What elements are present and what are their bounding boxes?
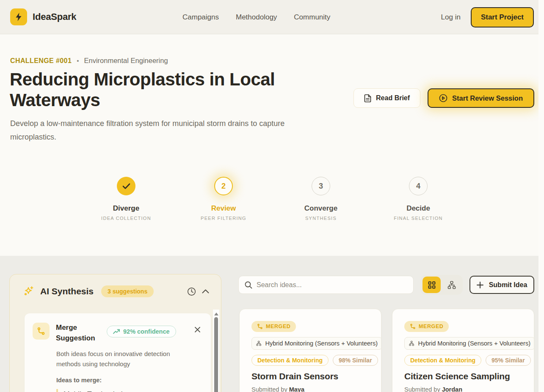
step-label: Diverge (80, 204, 173, 213)
step-sublabel: FINAL SELECTION (372, 216, 465, 221)
challenge-meta: CHALLENGE #001 • Environmental Engineeri… (10, 57, 168, 65)
ideas-to-merge-label: Ideas to merge: (56, 377, 201, 384)
start-review-label: Start Review Session (452, 94, 523, 102)
merged-status-badge: MERGED (404, 321, 449, 332)
merge-idea-item[interactable]: Mobile Testing Lab (56, 389, 201, 392)
step-label: Converge (274, 204, 367, 213)
confidence-value: 92% confidence (123, 328, 170, 335)
idea-title[interactable]: Storm Drain Sensors (251, 371, 381, 381)
merged-into-title: Hybrid Monitoring (Sensors + Volunteers) (418, 340, 530, 347)
merge-icon (33, 323, 50, 340)
document-icon (364, 94, 371, 102)
category-tag: Detection & Monitoring (251, 355, 329, 366)
read-brief-button[interactable]: Read Brief (353, 88, 420, 108)
search-ideas-box (238, 276, 414, 294)
merge-suggestion-card: Merge Suggestion 92% confidence Both ide… (25, 313, 211, 392)
page-scrollbar[interactable] (538, 0, 544, 392)
submit-idea-button[interactable]: Submit Idea (469, 276, 534, 294)
step-sublabel: SYNTHESIS (274, 216, 367, 221)
ai-panel-header: AI Synthesis 3 suggestions (10, 274, 221, 297)
brand-name: IdeaSpark (33, 11, 76, 22)
ai-synthesis-panel: AI Synthesis 3 suggestions (9, 274, 221, 392)
step-diverge[interactable]: Diverge IDEA COLLECTION (80, 177, 173, 221)
step-decide[interactable]: 4 Decide FINAL SELECTION (372, 177, 465, 221)
ai-panel-title: AI Synthesis (40, 286, 94, 296)
step-label: Review (177, 204, 270, 213)
step-review[interactable]: 2 Review PEER FILTERING (177, 177, 270, 221)
ideas-workspace: AI Synthesis 3 suggestions (0, 256, 544, 392)
challenge-hero: CHALLENGE #001 • Environmental Engineeri… (0, 34, 544, 256)
suggestions-count-badge: 3 suggestions (101, 285, 154, 297)
challenge-number: CHALLENGE #001 (10, 57, 72, 65)
submit-idea-label: Submit Idea (489, 281, 527, 289)
merge-suggestion-title: Merge Suggestion (56, 323, 103, 343)
view-mode-toggle (420, 275, 463, 295)
grid-icon (428, 281, 436, 289)
step-number: 4 (409, 177, 428, 195)
idea-cards-grid: MERGED Hybrid Monitoring (Sensors + Volu… (239, 309, 534, 392)
check-icon (122, 183, 130, 189)
merged-into-title: Hybrid Monitoring (Sensors + Volunteers) (265, 340, 378, 347)
similarity-tag: 98% Similar (333, 355, 378, 366)
confidence-badge: 92% confidence (107, 326, 176, 337)
step-converge[interactable]: 3 Converge SYNTHESIS (274, 177, 367, 221)
step-number: 3 (312, 177, 330, 195)
step-complete-circle (117, 177, 135, 195)
author-name: Jordan (442, 386, 462, 392)
top-navbar: IdeaSpark Campaigns Methodology Communit… (0, 0, 544, 34)
category-tag: Detection & Monitoring (404, 355, 481, 366)
login-link[interactable]: Log in (441, 13, 461, 22)
collapse-chevron-up-icon[interactable] (202, 289, 209, 293)
start-project-button[interactable]: Start Project (471, 7, 534, 27)
submitted-by-label: Submitted by (251, 386, 287, 392)
merged-label: MERGED (266, 323, 290, 329)
sparkles-icon (23, 286, 34, 297)
tree-view-button[interactable] (442, 277, 461, 293)
grid-view-button[interactable] (422, 277, 441, 293)
author-name: Maya (289, 386, 304, 392)
brand-logo[interactable]: IdeaSpark (10, 8, 76, 25)
step-sublabel: IDEA COLLECTION (80, 216, 173, 221)
nav-item-campaigns[interactable]: Campaigns (182, 13, 219, 22)
scrollbar-thumb[interactable] (214, 317, 218, 392)
nav-item-community[interactable]: Community (294, 13, 330, 22)
challenge-title: Reducing Microplastics in Local Waterway… (10, 69, 319, 110)
header-actions: Log in Start Project (441, 0, 534, 34)
idea-author-line: Submitted by Maya (251, 386, 381, 392)
idea-card-citizen-science-sampling[interactable]: MERGED Hybrid Monitoring (Sensors + Volu… (392, 309, 534, 392)
similarity-tag: 95% Similar (486, 355, 531, 366)
challenge-description: Develop a low-maintenance filtration sys… (10, 117, 328, 144)
idea-title[interactable]: Citizen Science Sampling (404, 371, 534, 381)
hierarchy-icon (447, 281, 456, 289)
merged-label: MERGED (419, 323, 443, 329)
close-icon[interactable] (194, 326, 201, 333)
merged-into-pill[interactable]: Hybrid Monitoring (Sensors + Volunteers) (404, 337, 534, 350)
merge-reason-text: Both ideas focus on innovative detection… (56, 349, 179, 369)
ai-suggestions-scrollarea: Merge Suggestion 92% confidence Both ide… (10, 312, 222, 392)
step-sublabel: PEER FILTERING (177, 216, 270, 221)
read-brief-label: Read Brief (376, 94, 410, 102)
hierarchy-icon (256, 340, 261, 347)
phase-stepper: Diverge IDEA COLLECTION 2 Review PEER FI… (0, 177, 544, 240)
play-circle-icon (439, 94, 447, 102)
start-review-session-button[interactable]: Start Review Session (428, 88, 534, 108)
scrollbar-up-arrow[interactable] (214, 313, 218, 315)
lightning-logo-icon (10, 8, 27, 25)
merge-icon (410, 323, 416, 329)
idea-card-storm-drain-sensors[interactable]: MERGED Hybrid Monitoring (Sensors + Volu… (239, 309, 381, 392)
meta-separator: • (77, 57, 79, 64)
history-clock-icon[interactable] (187, 287, 196, 296)
step-number: 2 (214, 177, 233, 195)
search-input[interactable] (257, 281, 407, 289)
panel-scrollbar[interactable] (213, 310, 219, 392)
plus-icon (477, 282, 483, 288)
merged-into-pill[interactable]: Hybrid Monitoring (Sensors + Volunteers) (251, 337, 381, 350)
challenge-category: Environmental Engineering (84, 57, 168, 65)
idea-author-line: Submitted by Jordan (404, 386, 534, 392)
merged-status-badge: MERGED (251, 321, 296, 332)
submitted-by-label: Submitted by (404, 386, 440, 392)
search-icon (245, 281, 252, 289)
main-nav: Campaigns Methodology Community (182, 0, 330, 34)
nav-item-methodology[interactable]: Methodology (236, 13, 277, 22)
step-label: Decide (372, 204, 465, 213)
